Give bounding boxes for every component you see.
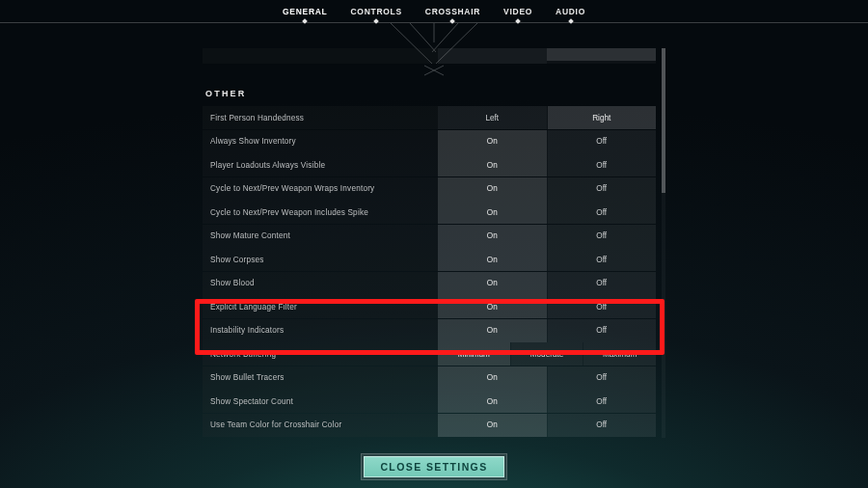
setting-option[interactable]: On	[438, 366, 547, 390]
tab-crosshair[interactable]: CROSSHAIR	[425, 7, 480, 16]
setting-option[interactable]: Off	[548, 130, 657, 153]
setting-option[interactable]: Off	[548, 366, 657, 390]
settings-row: First Person HandednessLeftRight	[203, 106, 656, 129]
setting-option[interactable]	[438, 48, 547, 64]
setting-label: Instability Indicators	[203, 319, 438, 342]
setting-option[interactable]: Off	[548, 414, 657, 437]
setting-option[interactable]: On	[438, 390, 547, 413]
settings-row: Network BufferingMinimumModerateMaximum	[203, 342, 656, 366]
setting-option[interactable]: On	[438, 319, 547, 342]
close-settings-frame: CLOSE SETTINGS	[361, 453, 507, 480]
settings-row: Explicit Language FilterOnOff	[203, 295, 656, 318]
setting-option[interactable]: Off	[548, 272, 657, 295]
setting-label: Cycle to Next/Prev Weapon Includes Spike	[203, 201, 438, 224]
setting-label: Explicit Language Filter	[203, 295, 438, 318]
tab-general[interactable]: GENERAL	[283, 7, 327, 16]
setting-option[interactable]: Off	[548, 225, 657, 248]
settings-row-partial	[203, 48, 656, 64]
setting-label: Show Blood	[203, 272, 438, 295]
settings-row: Show Bullet TracersOnOff	[203, 366, 656, 390]
setting-option[interactable]: Off	[548, 248, 657, 271]
setting-option[interactable]: Minimum	[438, 342, 510, 366]
setting-option[interactable]	[547, 48, 656, 61]
setting-label: Player Loadouts Always Visible	[203, 153, 438, 176]
settings-row: Player Loadouts Always VisibleOnOff	[203, 153, 656, 176]
settings-row: Show BloodOnOff	[203, 272, 656, 295]
setting-option[interactable]: On	[438, 272, 547, 295]
tab-audio[interactable]: AUDIO	[556, 7, 585, 16]
setting-option[interactable]: On	[438, 414, 547, 437]
setting-option[interactable]: Off	[548, 153, 657, 176]
setting-option[interactable]: Moderate	[511, 342, 583, 366]
settings-row: Show Mature ContentOnOff	[203, 225, 656, 248]
settings-row: Show CorpsesOnOff	[203, 248, 656, 271]
setting-option[interactable]: On	[438, 295, 547, 318]
setting-option[interactable]: Off	[548, 201, 657, 224]
setting-label: Use Team Color for Crosshair Color	[203, 414, 438, 437]
setting-label	[203, 48, 438, 64]
settings-row: Show Spectator CountOnOff	[203, 390, 656, 413]
setting-label: Show Spectator Count	[203, 390, 438, 413]
setting-option[interactable]: Off	[548, 295, 657, 318]
setting-label: Show Bullet Tracers	[203, 366, 438, 390]
setting-option[interactable]: Off	[548, 319, 657, 342]
setting-label: Always Show Inventory	[203, 130, 438, 153]
setting-label: Show Mature Content	[203, 225, 438, 248]
setting-label: First Person Handedness	[203, 106, 438, 129]
setting-label: Show Corpses	[203, 248, 438, 271]
tab-video[interactable]: VIDEO	[503, 7, 532, 16]
setting-option[interactable]: On	[438, 177, 547, 201]
close-settings-button[interactable]: CLOSE SETTINGS	[364, 456, 504, 477]
setting-label: Cycle to Next/Prev Weapon Wraps Inventor…	[203, 177, 438, 201]
setting-option[interactable]: On	[438, 201, 547, 224]
setting-option[interactable]: Right	[548, 106, 657, 129]
settings-row: Instability IndicatorsOnOff	[203, 319, 656, 342]
settings-row: Cycle to Next/Prev Weapon Wraps Inventor…	[203, 177, 656, 201]
setting-option[interactable]: Maximum	[583, 342, 656, 366]
settings-scroll-area[interactable]: OTHER First Person HandednessLeftRightAl…	[203, 48, 656, 438]
settings-row: Always Show InventoryOnOff	[203, 130, 656, 153]
setting-option[interactable]: On	[438, 153, 547, 176]
setting-option[interactable]: On	[438, 225, 547, 248]
scrollbar-thumb[interactable]	[662, 48, 665, 193]
setting-option[interactable]: On	[438, 248, 547, 271]
section-header-other: OTHER	[203, 89, 656, 102]
tab-controls[interactable]: CONTROLS	[351, 7, 402, 16]
settings-tabbar: GENERAL CONTROLS CROSSHAIR VIDEO AUDIO	[0, 0, 868, 23]
setting-option[interactable]: Off	[548, 390, 657, 413]
settings-row: Cycle to Next/Prev Weapon Includes Spike…	[203, 201, 656, 224]
scrollbar-track[interactable]	[662, 48, 665, 438]
setting-option[interactable]: Off	[548, 177, 657, 201]
settings-row: Use Team Color for Crosshair ColorOnOff	[203, 414, 656, 437]
setting-label: Network Buffering	[203, 342, 438, 366]
setting-option[interactable]: On	[438, 130, 547, 153]
setting-option[interactable]: Left	[438, 106, 547, 129]
